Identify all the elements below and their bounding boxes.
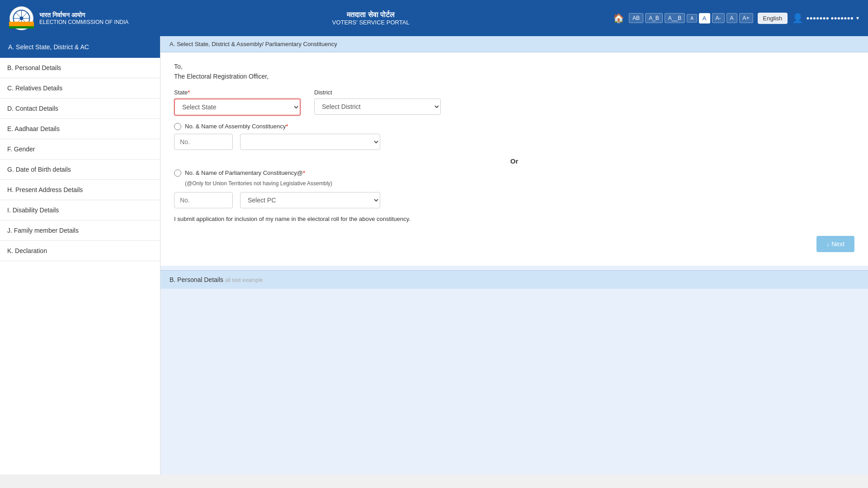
form-section: To, The Electoral Registration Officer, … — [160, 52, 868, 266]
sidebar-item-k[interactable]: K. Declaration — [0, 241, 160, 261]
org-title-english: ELECTION COMMISSION OF INDIA — [39, 19, 128, 25]
sidebar-item-g[interactable]: G. Date of Birth details — [0, 160, 160, 180]
district-label: District — [314, 89, 441, 96]
ac-inputs-row — [174, 134, 854, 150]
next-button[interactable]: ↓ Next — [816, 236, 854, 252]
font-a-plus-button[interactable]: A+ — [739, 13, 753, 23]
ac-radio[interactable] — [174, 123, 181, 130]
font-a-minus-button[interactable]: A- — [712, 13, 725, 23]
svg-rect-8 — [9, 26, 34, 28]
state-label: State* — [174, 89, 301, 96]
svg-rect-7 — [9, 24, 34, 26]
pc-note: (@Only for Union Territories not having … — [185, 180, 854, 187]
address-to: To, The Electoral Registration Officer, — [174, 61, 854, 82]
state-select[interactable]: Select State — [174, 99, 301, 116]
button-area: ↓ Next — [174, 231, 854, 252]
pc-radio[interactable] — [174, 169, 181, 177]
to-text: To, — [174, 61, 854, 71]
ac-radio-group: No. & Name of Assembly Constituency* — [174, 123, 854, 130]
language-button[interactable]: English — [758, 13, 788, 24]
or-divider: Or — [174, 157, 854, 165]
section-banner: A. Select State, District & Assembly/ Pa… — [160, 36, 868, 52]
header: भारत निर्वाचन आयोग ELECTION COMMISSION O… — [0, 0, 868, 36]
portal-title-english: VOTERS' SERVICE PORTAL — [332, 19, 410, 26]
font-controls: AB A_B A__B A A A- A A+ — [629, 13, 753, 23]
personal-section-label: B. Personal Details — [170, 276, 223, 283]
font-ab-line-button[interactable]: A_B — [645, 13, 663, 23]
sidebar-item-a[interactable]: A. Select State, District & AC — [0, 36, 160, 58]
user-dropdown-icon[interactable]: ▾ — [856, 15, 859, 21]
main-container: A. Select State, District & ACB. Persona… — [0, 36, 868, 474]
pc-number-input[interactable] — [174, 192, 233, 208]
district-select[interactable]: Select District — [314, 99, 441, 115]
user-icon: 👤 — [792, 13, 803, 23]
ac-radio-label: No. & Name of Assembly Constituency* — [185, 123, 288, 130]
sidebar-item-c[interactable]: C. Relatives Details — [0, 78, 160, 99]
pc-inputs-row: Select PC — [174, 192, 854, 208]
sidebar-item-f[interactable]: F. Gender — [0, 139, 160, 160]
font-ab-button[interactable]: AB — [629, 13, 643, 23]
svg-rect-9 — [9, 22, 34, 24]
portal-title-hindi: मतदाता सेवा पोर्टल — [332, 11, 410, 19]
officer-text: The Electoral Registration Officer, — [174, 71, 854, 81]
home-icon[interactable]: 🏠 — [613, 13, 624, 23]
content-area: A. Select State, District & Assembly/ Pa… — [160, 36, 868, 474]
state-required: * — [188, 89, 190, 96]
ac-name-select[interactable] — [240, 134, 380, 150]
ac-number-input[interactable] — [174, 134, 233, 150]
personal-section-preview: B. Personal Details all text example — [160, 270, 868, 289]
pc-radio-group: No. & Name of Parliamentary Constituency… — [174, 169, 854, 177]
header-left: भारत निर्वाचन आयोग ELECTION COMMISSION O… — [9, 6, 128, 31]
sidebar: A. Select State, District & ACB. Persona… — [0, 36, 160, 474]
org-title-hindi: भारत निर्वाचन आयोग — [39, 11, 128, 19]
district-group: District Select District — [314, 89, 441, 115]
font-a-normal-button[interactable]: A — [726, 13, 737, 23]
sidebar-item-e[interactable]: E. Aadhaar Details — [0, 119, 160, 139]
org-title: भारत निर्वाचन आयोग ELECTION COMMISSION O… — [39, 11, 128, 25]
font-a-small-button[interactable]: A — [687, 14, 697, 23]
font-a-medium-button[interactable]: A — [699, 13, 710, 23]
eci-logo — [9, 6, 34, 31]
personal-section-watermark: all text example — [225, 277, 263, 283]
sidebar-item-j[interactable]: J. Family member Details — [0, 221, 160, 241]
state-group: State* Select State — [174, 89, 301, 116]
pc-name-select[interactable]: Select PC — [240, 192, 380, 208]
user-menu[interactable]: 👤 ●●●●●●● ●●●●●●● ▾ — [792, 13, 859, 23]
sidebar-item-b[interactable]: B. Personal Details — [0, 58, 160, 78]
sidebar-item-d[interactable]: D. Contact Details — [0, 99, 160, 119]
state-district-row: State* Select State District Select Dist… — [174, 89, 854, 116]
portal-title: मतदाता सेवा पोर्टल VOTERS' SERVICE PORTA… — [332, 11, 410, 26]
pc-radio-label: No. & Name of Parliamentary Constituency… — [185, 169, 305, 176]
submission-text: I submit application for inclusion of my… — [174, 216, 854, 222]
header-right: 🏠 AB A_B A__B A A A- A A+ English 👤 ●●●●… — [613, 13, 859, 24]
sidebar-item-h[interactable]: H. Present Address Details — [0, 180, 160, 200]
user-name: ●●●●●●● ●●●●●●● — [806, 15, 854, 21]
sidebar-item-i[interactable]: I. Disability Details — [0, 200, 160, 221]
font-ab-double-line-button[interactable]: A__B — [665, 13, 685, 23]
